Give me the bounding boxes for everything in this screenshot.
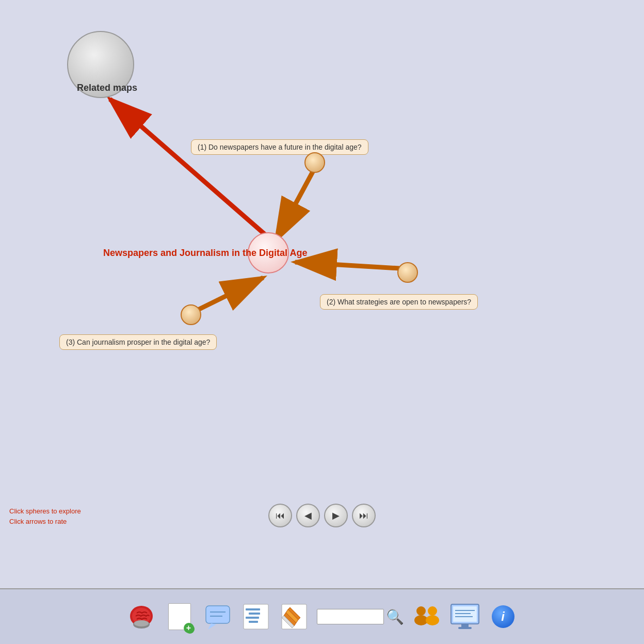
- brain-icon: [126, 602, 156, 632]
- edit-button[interactable]: [279, 601, 310, 632]
- svg-rect-33: [461, 624, 469, 627]
- svg-point-26: [428, 606, 437, 616]
- monitor-icon: [450, 603, 480, 630]
- svg-line-3: [276, 172, 313, 240]
- play-button[interactable]: ▶: [324, 504, 348, 527]
- branch-node-1[interactable]: [304, 152, 325, 173]
- svg-rect-34: [458, 627, 472, 629]
- media-controls: ⏮ ◀ ▶ ⏭: [268, 504, 376, 527]
- pencil-icon: [281, 603, 308, 630]
- chat-icon: [204, 603, 232, 631]
- brain-button[interactable]: [126, 601, 157, 632]
- central-label: Newspapers and Journalism in the Digital…: [103, 248, 307, 259]
- search-magnifier-icon[interactable]: 🔍: [386, 608, 404, 625]
- people-icon: [412, 602, 442, 632]
- prev-button[interactable]: ◀: [296, 504, 320, 527]
- mind-map-canvas: Related maps Newspapers and Journalism i…: [0, 0, 644, 588]
- first-button[interactable]: ⏮: [268, 504, 292, 527]
- toolbar-icons-container: +: [10, 601, 634, 632]
- svg-rect-18: [249, 621, 258, 623]
- chat-button[interactable]: [202, 601, 233, 632]
- branch-node-2[interactable]: [397, 262, 418, 283]
- hint-line-1: Click spheres to explore: [9, 506, 81, 517]
- branch-node-3[interactable]: [181, 304, 201, 325]
- prev-icon: ◀: [304, 510, 312, 521]
- info-icon: i: [492, 605, 514, 628]
- new-page-button[interactable]: +: [164, 601, 195, 632]
- svg-point-9: [134, 620, 149, 626]
- svg-rect-16: [249, 613, 260, 615]
- svg-line-2: [110, 99, 268, 237]
- svg-point-24: [416, 606, 426, 616]
- svg-point-27: [426, 615, 439, 625]
- last-button[interactable]: ⏭: [352, 504, 376, 527]
- code-icon: [243, 603, 269, 630]
- hint-text: Click spheres to explore Click arrows to…: [9, 506, 81, 526]
- bottom-toolbar: +: [0, 588, 644, 644]
- last-icon: ⏭: [359, 510, 368, 521]
- play-icon: ▶: [332, 510, 340, 521]
- svg-rect-17: [246, 617, 259, 619]
- search-container: 🔍: [317, 608, 404, 625]
- related-maps-label: Related maps: [77, 83, 137, 93]
- branch-label-2[interactable]: (2) What strategies are open to newspape…: [320, 294, 478, 310]
- svg-line-4: [295, 262, 399, 268]
- branch-label-1[interactable]: (1) Do newspapers have a future in the d…: [191, 139, 368, 155]
- first-icon: ⏮: [276, 510, 285, 521]
- plus-badge: +: [184, 623, 194, 633]
- svg-marker-11: [208, 623, 216, 630]
- hint-line-2: Click arrows to rate: [9, 517, 81, 527]
- svg-line-5: [190, 278, 263, 314]
- users-button[interactable]: [411, 601, 442, 632]
- monitor-button[interactable]: [449, 601, 480, 632]
- search-input[interactable]: [317, 609, 384, 624]
- info-button[interactable]: i: [488, 601, 519, 632]
- code-button[interactable]: [240, 601, 271, 632]
- svg-rect-10: [206, 606, 230, 623]
- svg-rect-15: [246, 608, 260, 610]
- branch-label-3[interactable]: (3) Can journalism prosper in the digita…: [59, 334, 217, 350]
